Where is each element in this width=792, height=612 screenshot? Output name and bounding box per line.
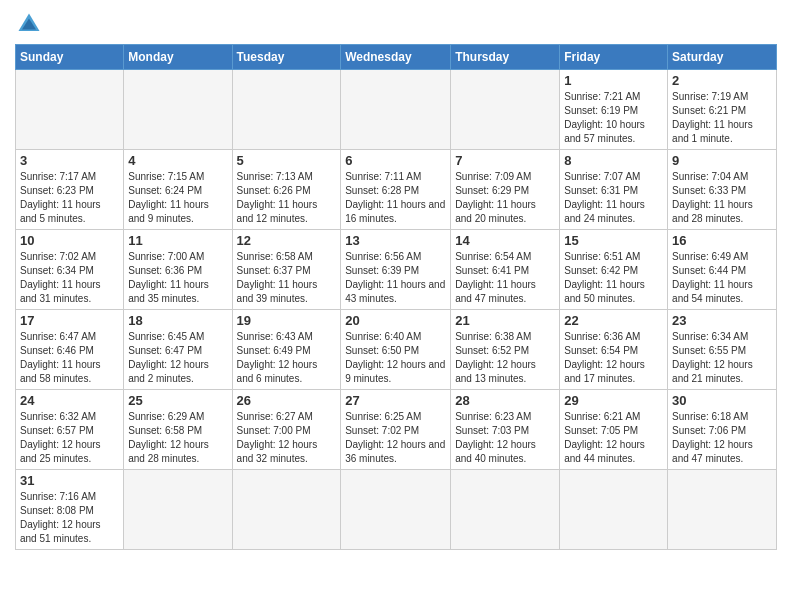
calendar-cell: 30Sunrise: 6:18 AM Sunset: 7:06 PM Dayli… [668, 390, 777, 470]
calendar-cell [451, 470, 560, 550]
day-number: 8 [564, 153, 663, 168]
calendar-cell: 19Sunrise: 6:43 AM Sunset: 6:49 PM Dayli… [232, 310, 341, 390]
calendar-cell: 2Sunrise: 7:19 AM Sunset: 6:21 PM Daylig… [668, 70, 777, 150]
day-info: Sunrise: 7:09 AM Sunset: 6:29 PM Dayligh… [455, 170, 555, 226]
day-number: 29 [564, 393, 663, 408]
calendar-cell: 18Sunrise: 6:45 AM Sunset: 6:47 PM Dayli… [124, 310, 232, 390]
day-number: 18 [128, 313, 227, 328]
day-info: Sunrise: 6:29 AM Sunset: 6:58 PM Dayligh… [128, 410, 227, 466]
calendar-header-friday: Friday [560, 45, 668, 70]
calendar-cell [668, 470, 777, 550]
day-number: 27 [345, 393, 446, 408]
day-number: 17 [20, 313, 119, 328]
day-info: Sunrise: 7:04 AM Sunset: 6:33 PM Dayligh… [672, 170, 772, 226]
page: SundayMondayTuesdayWednesdayThursdayFrid… [0, 0, 792, 560]
day-info: Sunrise: 7:17 AM Sunset: 6:23 PM Dayligh… [20, 170, 119, 226]
day-number: 19 [237, 313, 337, 328]
day-number: 11 [128, 233, 227, 248]
calendar-cell [16, 70, 124, 150]
day-number: 31 [20, 473, 119, 488]
calendar-cell [232, 470, 341, 550]
day-number: 24 [20, 393, 119, 408]
calendar-cell: 1Sunrise: 7:21 AM Sunset: 6:19 PM Daylig… [560, 70, 668, 150]
day-number: 1 [564, 73, 663, 88]
calendar-cell: 8Sunrise: 7:07 AM Sunset: 6:31 PM Daylig… [560, 150, 668, 230]
calendar-header-tuesday: Tuesday [232, 45, 341, 70]
calendar-cell: 26Sunrise: 6:27 AM Sunset: 7:00 PM Dayli… [232, 390, 341, 470]
day-info: Sunrise: 7:16 AM Sunset: 8:08 PM Dayligh… [20, 490, 119, 546]
day-info: Sunrise: 7:13 AM Sunset: 6:26 PM Dayligh… [237, 170, 337, 226]
day-number: 7 [455, 153, 555, 168]
calendar-cell [124, 70, 232, 150]
calendar-cell [451, 70, 560, 150]
calendar-cell: 7Sunrise: 7:09 AM Sunset: 6:29 PM Daylig… [451, 150, 560, 230]
calendar: SundayMondayTuesdayWednesdayThursdayFrid… [15, 44, 777, 550]
calendar-header-wednesday: Wednesday [341, 45, 451, 70]
calendar-header-thursday: Thursday [451, 45, 560, 70]
day-info: Sunrise: 6:18 AM Sunset: 7:06 PM Dayligh… [672, 410, 772, 466]
calendar-cell: 5Sunrise: 7:13 AM Sunset: 6:26 PM Daylig… [232, 150, 341, 230]
calendar-cell: 14Sunrise: 6:54 AM Sunset: 6:41 PM Dayli… [451, 230, 560, 310]
day-number: 21 [455, 313, 555, 328]
day-info: Sunrise: 7:21 AM Sunset: 6:19 PM Dayligh… [564, 90, 663, 146]
day-info: Sunrise: 7:11 AM Sunset: 6:28 PM Dayligh… [345, 170, 446, 226]
day-number: 25 [128, 393, 227, 408]
day-info: Sunrise: 6:34 AM Sunset: 6:55 PM Dayligh… [672, 330, 772, 386]
calendar-cell: 20Sunrise: 6:40 AM Sunset: 6:50 PM Dayli… [341, 310, 451, 390]
calendar-cell: 27Sunrise: 6:25 AM Sunset: 7:02 PM Dayli… [341, 390, 451, 470]
calendar-cell: 9Sunrise: 7:04 AM Sunset: 6:33 PM Daylig… [668, 150, 777, 230]
calendar-cell: 12Sunrise: 6:58 AM Sunset: 6:37 PM Dayli… [232, 230, 341, 310]
calendar-cell: 16Sunrise: 6:49 AM Sunset: 6:44 PM Dayli… [668, 230, 777, 310]
day-info: Sunrise: 7:00 AM Sunset: 6:36 PM Dayligh… [128, 250, 227, 306]
day-info: Sunrise: 6:43 AM Sunset: 6:49 PM Dayligh… [237, 330, 337, 386]
day-number: 12 [237, 233, 337, 248]
calendar-cell: 25Sunrise: 6:29 AM Sunset: 6:58 PM Dayli… [124, 390, 232, 470]
calendar-cell: 28Sunrise: 6:23 AM Sunset: 7:03 PM Dayli… [451, 390, 560, 470]
day-info: Sunrise: 6:58 AM Sunset: 6:37 PM Dayligh… [237, 250, 337, 306]
calendar-week-5: 31Sunrise: 7:16 AM Sunset: 8:08 PM Dayli… [16, 470, 777, 550]
day-info: Sunrise: 6:56 AM Sunset: 6:39 PM Dayligh… [345, 250, 446, 306]
day-info: Sunrise: 7:07 AM Sunset: 6:31 PM Dayligh… [564, 170, 663, 226]
calendar-header-sunday: Sunday [16, 45, 124, 70]
day-info: Sunrise: 6:23 AM Sunset: 7:03 PM Dayligh… [455, 410, 555, 466]
calendar-cell: 22Sunrise: 6:36 AM Sunset: 6:54 PM Dayli… [560, 310, 668, 390]
day-info: Sunrise: 6:45 AM Sunset: 6:47 PM Dayligh… [128, 330, 227, 386]
calendar-cell [560, 470, 668, 550]
day-number: 6 [345, 153, 446, 168]
day-number: 20 [345, 313, 446, 328]
calendar-cell: 17Sunrise: 6:47 AM Sunset: 6:46 PM Dayli… [16, 310, 124, 390]
day-number: 4 [128, 153, 227, 168]
day-info: Sunrise: 6:32 AM Sunset: 6:57 PM Dayligh… [20, 410, 119, 466]
logo [15, 10, 47, 38]
logo-icon [15, 10, 43, 38]
day-number: 22 [564, 313, 663, 328]
calendar-cell [341, 470, 451, 550]
day-info: Sunrise: 6:36 AM Sunset: 6:54 PM Dayligh… [564, 330, 663, 386]
calendar-cell: 3Sunrise: 7:17 AM Sunset: 6:23 PM Daylig… [16, 150, 124, 230]
calendar-cell [124, 470, 232, 550]
calendar-cell: 23Sunrise: 6:34 AM Sunset: 6:55 PM Dayli… [668, 310, 777, 390]
calendar-cell: 11Sunrise: 7:00 AM Sunset: 6:36 PM Dayli… [124, 230, 232, 310]
day-number: 15 [564, 233, 663, 248]
day-info: Sunrise: 6:21 AM Sunset: 7:05 PM Dayligh… [564, 410, 663, 466]
day-info: Sunrise: 6:25 AM Sunset: 7:02 PM Dayligh… [345, 410, 446, 466]
day-info: Sunrise: 6:38 AM Sunset: 6:52 PM Dayligh… [455, 330, 555, 386]
day-info: Sunrise: 7:15 AM Sunset: 6:24 PM Dayligh… [128, 170, 227, 226]
calendar-week-0: 1Sunrise: 7:21 AM Sunset: 6:19 PM Daylig… [16, 70, 777, 150]
calendar-week-3: 17Sunrise: 6:47 AM Sunset: 6:46 PM Dayli… [16, 310, 777, 390]
day-number: 26 [237, 393, 337, 408]
day-info: Sunrise: 6:40 AM Sunset: 6:50 PM Dayligh… [345, 330, 446, 386]
day-info: Sunrise: 7:19 AM Sunset: 6:21 PM Dayligh… [672, 90, 772, 146]
header [15, 10, 777, 38]
calendar-cell [232, 70, 341, 150]
calendar-week-4: 24Sunrise: 6:32 AM Sunset: 6:57 PM Dayli… [16, 390, 777, 470]
calendar-cell: 10Sunrise: 7:02 AM Sunset: 6:34 PM Dayli… [16, 230, 124, 310]
calendar-week-1: 3Sunrise: 7:17 AM Sunset: 6:23 PM Daylig… [16, 150, 777, 230]
day-number: 16 [672, 233, 772, 248]
calendar-cell: 31Sunrise: 7:16 AM Sunset: 8:08 PM Dayli… [16, 470, 124, 550]
day-number: 23 [672, 313, 772, 328]
day-info: Sunrise: 7:02 AM Sunset: 6:34 PM Dayligh… [20, 250, 119, 306]
calendar-header-monday: Monday [124, 45, 232, 70]
calendar-week-2: 10Sunrise: 7:02 AM Sunset: 6:34 PM Dayli… [16, 230, 777, 310]
day-number: 5 [237, 153, 337, 168]
